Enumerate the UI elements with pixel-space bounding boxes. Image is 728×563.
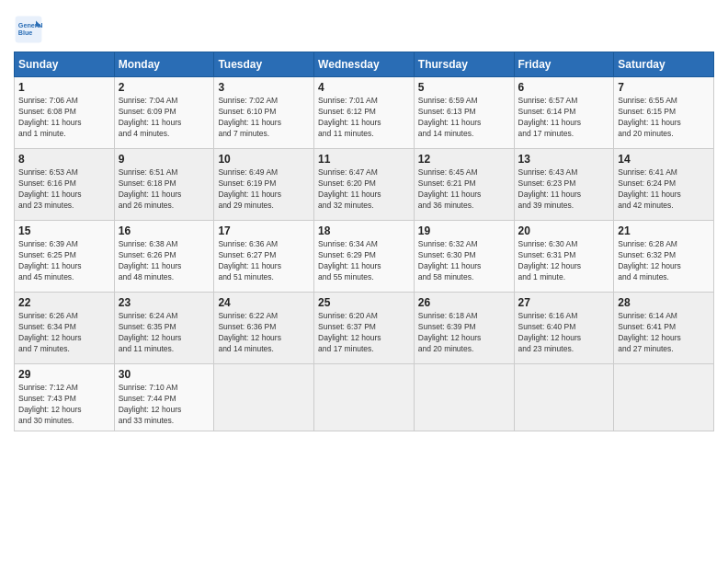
- page-header: General Blue: [14, 9, 714, 44]
- day-info: Sunrise: 6:41 AM Sunset: 6:24 PM Dayligh…: [618, 167, 710, 212]
- day-number: 18: [318, 224, 410, 237]
- calendar-cell: 28Sunrise: 6:14 AM Sunset: 6:41 PM Dayli…: [614, 293, 714, 364]
- calendar-cell: 2Sunrise: 7:04 AM Sunset: 6:09 PM Daylig…: [114, 77, 214, 149]
- svg-text:Blue: Blue: [18, 29, 33, 37]
- calendar-cell: [414, 364, 514, 431]
- calendar-cell: 22Sunrise: 6:26 AM Sunset: 6:34 PM Dayli…: [15, 293, 115, 364]
- day-info: Sunrise: 6:51 AM Sunset: 6:18 PM Dayligh…: [119, 167, 210, 212]
- calendar-cell: 1Sunrise: 7:06 AM Sunset: 6:08 PM Daylig…: [15, 77, 115, 149]
- day-info: Sunrise: 6:36 AM Sunset: 6:27 PM Dayligh…: [218, 239, 310, 283]
- day-number: 17: [218, 224, 310, 237]
- calendar-cell: [614, 364, 714, 431]
- day-number: 26: [418, 296, 510, 309]
- weekday-header-tuesday: Tuesday: [214, 52, 314, 77]
- day-number: 15: [18, 224, 110, 237]
- calendar-cell: 5Sunrise: 6:59 AM Sunset: 6:13 PM Daylig…: [414, 77, 514, 149]
- calendar-cell: 18Sunrise: 6:34 AM Sunset: 6:29 PM Dayli…: [314, 221, 415, 293]
- day-number: 29: [18, 368, 110, 381]
- calendar-cell: 8Sunrise: 6:53 AM Sunset: 6:16 PM Daylig…: [15, 149, 115, 221]
- calendar-cell: 12Sunrise: 6:45 AM Sunset: 6:21 PM Dayli…: [414, 149, 514, 221]
- calendar-cell: 4Sunrise: 7:01 AM Sunset: 6:12 PM Daylig…: [314, 77, 415, 149]
- calendar-cell: 29Sunrise: 7:12 AM Sunset: 7:43 PM Dayli…: [15, 364, 115, 431]
- calendar-cell: 15Sunrise: 6:39 AM Sunset: 6:25 PM Dayli…: [15, 221, 115, 293]
- calendar-cell: [514, 364, 614, 431]
- day-info: Sunrise: 6:18 AM Sunset: 6:39 PM Dayligh…: [418, 311, 510, 355]
- logo: General Blue: [14, 15, 47, 44]
- day-number: 10: [218, 153, 310, 166]
- day-info: Sunrise: 6:30 AM Sunset: 6:31 PM Dayligh…: [518, 239, 610, 283]
- day-info: Sunrise: 6:28 AM Sunset: 6:32 PM Dayligh…: [618, 239, 710, 283]
- day-number: 2: [119, 81, 210, 94]
- weekday-header-row: SundayMondayTuesdayWednesdayThursdayFrid…: [15, 52, 714, 77]
- day-number: 21: [618, 224, 710, 237]
- calendar-cell: 30Sunrise: 7:10 AM Sunset: 7:44 PM Dayli…: [114, 364, 214, 431]
- day-info: Sunrise: 6:39 AM Sunset: 6:25 PM Dayligh…: [18, 239, 110, 283]
- day-number: 11: [318, 153, 410, 166]
- weekday-header-wednesday: Wednesday: [314, 52, 415, 77]
- weekday-header-sunday: Sunday: [15, 52, 115, 77]
- day-info: Sunrise: 6:32 AM Sunset: 6:30 PM Dayligh…: [418, 239, 510, 283]
- day-number: 9: [119, 153, 210, 166]
- day-number: 14: [618, 153, 710, 166]
- weekday-header-monday: Monday: [114, 52, 214, 77]
- day-info: Sunrise: 6:22 AM Sunset: 6:36 PM Dayligh…: [218, 311, 310, 355]
- calendar-cell: 25Sunrise: 6:20 AM Sunset: 6:37 PM Dayli…: [314, 293, 415, 364]
- day-info: Sunrise: 6:16 AM Sunset: 6:40 PM Dayligh…: [518, 311, 610, 355]
- day-number: 6: [518, 81, 610, 94]
- day-number: 13: [518, 153, 610, 166]
- calendar-cell: 10Sunrise: 6:49 AM Sunset: 6:19 PM Dayli…: [214, 149, 314, 221]
- day-number: 1: [18, 81, 110, 94]
- day-info: Sunrise: 6:20 AM Sunset: 6:37 PM Dayligh…: [318, 311, 410, 355]
- day-number: 12: [418, 153, 510, 166]
- calendar-cell: 9Sunrise: 6:51 AM Sunset: 6:18 PM Daylig…: [114, 149, 214, 221]
- calendar-cell: 13Sunrise: 6:43 AM Sunset: 6:23 PM Dayli…: [514, 149, 614, 221]
- day-number: 8: [18, 153, 110, 166]
- calendar-cell: 3Sunrise: 7:02 AM Sunset: 6:10 PM Daylig…: [214, 77, 314, 149]
- calendar-cell: 16Sunrise: 6:38 AM Sunset: 6:26 PM Dayli…: [114, 221, 214, 293]
- calendar-cell: 23Sunrise: 6:24 AM Sunset: 6:35 PM Dayli…: [114, 293, 214, 364]
- calendar-cell: [214, 364, 314, 431]
- day-number: 20: [518, 224, 610, 237]
- calendar-cell: 20Sunrise: 6:30 AM Sunset: 6:31 PM Dayli…: [514, 221, 614, 293]
- day-number: 25: [318, 296, 410, 309]
- day-number: 23: [119, 296, 210, 309]
- day-number: 16: [119, 224, 210, 237]
- day-number: 22: [18, 296, 110, 309]
- day-info: Sunrise: 7:06 AM Sunset: 6:08 PM Dayligh…: [18, 96, 110, 140]
- weekday-header-friday: Friday: [514, 52, 614, 77]
- day-info: Sunrise: 6:47 AM Sunset: 6:20 PM Dayligh…: [318, 167, 410, 212]
- calendar-cell: 27Sunrise: 6:16 AM Sunset: 6:40 PM Dayli…: [514, 293, 614, 364]
- calendar-cell: 7Sunrise: 6:55 AM Sunset: 6:15 PM Daylig…: [614, 77, 714, 149]
- day-number: 7: [618, 81, 710, 94]
- day-info: Sunrise: 7:10 AM Sunset: 7:44 PM Dayligh…: [119, 383, 210, 427]
- day-info: Sunrise: 6:24 AM Sunset: 6:35 PM Dayligh…: [119, 311, 210, 355]
- day-info: Sunrise: 6:38 AM Sunset: 6:26 PM Dayligh…: [119, 239, 210, 283]
- day-info: Sunrise: 7:02 AM Sunset: 6:10 PM Dayligh…: [218, 96, 310, 140]
- calendar-cell: 26Sunrise: 6:18 AM Sunset: 6:39 PM Dayli…: [414, 293, 514, 364]
- day-number: 4: [318, 81, 410, 94]
- day-number: 27: [518, 296, 610, 309]
- calendar-cell: 6Sunrise: 6:57 AM Sunset: 6:14 PM Daylig…: [514, 77, 614, 149]
- day-info: Sunrise: 6:53 AM Sunset: 6:16 PM Dayligh…: [18, 167, 110, 212]
- day-info: Sunrise: 6:49 AM Sunset: 6:19 PM Dayligh…: [218, 167, 310, 212]
- day-info: Sunrise: 7:04 AM Sunset: 6:09 PM Dayligh…: [119, 96, 210, 140]
- day-info: Sunrise: 6:43 AM Sunset: 6:23 PM Dayligh…: [518, 167, 610, 212]
- calendar-cell: 11Sunrise: 6:47 AM Sunset: 6:20 PM Dayli…: [314, 149, 415, 221]
- day-number: 30: [119, 368, 210, 381]
- calendar-cell: 14Sunrise: 6:41 AM Sunset: 6:24 PM Dayli…: [614, 149, 714, 221]
- calendar-cell: 21Sunrise: 6:28 AM Sunset: 6:32 PM Dayli…: [614, 221, 714, 293]
- day-info: Sunrise: 6:59 AM Sunset: 6:13 PM Dayligh…: [418, 96, 510, 140]
- calendar-cell: 19Sunrise: 6:32 AM Sunset: 6:30 PM Dayli…: [414, 221, 514, 293]
- day-number: 24: [218, 296, 310, 309]
- day-number: 19: [418, 224, 510, 237]
- day-info: Sunrise: 6:34 AM Sunset: 6:29 PM Dayligh…: [318, 239, 410, 283]
- calendar-cell: 17Sunrise: 6:36 AM Sunset: 6:27 PM Dayli…: [214, 221, 314, 293]
- logo-icon: General Blue: [14, 15, 43, 44]
- calendar-cell: [314, 364, 415, 431]
- day-number: 3: [218, 81, 310, 94]
- day-info: Sunrise: 6:45 AM Sunset: 6:21 PM Dayligh…: [418, 167, 510, 212]
- day-info: Sunrise: 6:55 AM Sunset: 6:15 PM Dayligh…: [618, 96, 710, 140]
- weekday-header-thursday: Thursday: [414, 52, 514, 77]
- day-info: Sunrise: 6:26 AM Sunset: 6:34 PM Dayligh…: [18, 311, 110, 355]
- day-info: Sunrise: 6:57 AM Sunset: 6:14 PM Dayligh…: [518, 96, 610, 140]
